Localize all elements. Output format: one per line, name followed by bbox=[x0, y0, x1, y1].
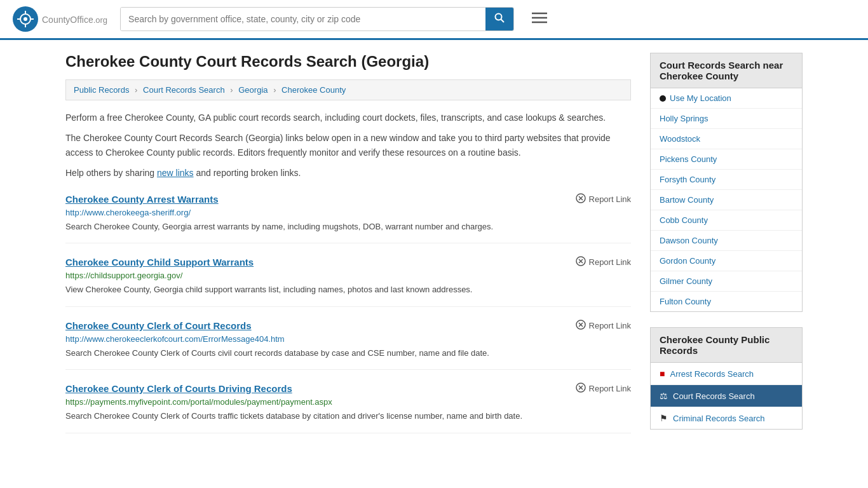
report-icon bbox=[576, 193, 586, 205]
logo-icon bbox=[13, 6, 38, 32]
description-3: Help others by sharing new links and rep… bbox=[65, 166, 631, 180]
nearby-section: Court Records Search near Cherokee Count… bbox=[650, 53, 803, 312]
record-description: Search Cherokee County Clerk of Courts t… bbox=[65, 410, 631, 423]
record-url: https://payments.myfivepoint.com/portal/… bbox=[65, 397, 631, 407]
report-link-button[interactable]: Report Link bbox=[576, 320, 631, 332]
nearby-header: Court Records Search near Cherokee Count… bbox=[650, 53, 803, 88]
location-dot-icon bbox=[660, 95, 666, 102]
sidebar-public-item[interactable]: ⚖ Court Records Search bbox=[651, 385, 802, 407]
report-icon bbox=[576, 256, 586, 268]
breadcrumb-georgia[interactable]: Georgia bbox=[238, 85, 268, 95]
record-url: http://www.cherokeega-sheriff.org/ bbox=[65, 208, 631, 217]
report-link-button[interactable]: Report Link bbox=[576, 193, 631, 205]
svg-point-7 bbox=[496, 14, 502, 20]
record-description: View Cherokee County, Georgia child supp… bbox=[65, 283, 631, 296]
nearby-list: Use My LocationHolly SpringsWoodstockPic… bbox=[650, 88, 803, 312]
nearby-county-link[interactable]: Fulton County bbox=[660, 297, 711, 306]
sidebar-nearby-item[interactable]: Holly Springs bbox=[651, 109, 802, 129]
breadcrumb: Public Records › Court Records Search › … bbox=[65, 79, 631, 100]
record-item: Cherokee County Clerk of Court Records R… bbox=[65, 320, 631, 370]
search-bar bbox=[120, 7, 514, 31]
use-my-location-link[interactable]: Use My Location bbox=[670, 93, 731, 103]
record-title-link[interactable]: Cherokee County Child Support Warrants bbox=[65, 257, 254, 268]
public-item-icon: ■ bbox=[660, 369, 665, 379]
record-title-link[interactable]: Cherokee County Clerk of Court Records bbox=[65, 320, 252, 331]
sidebar-nearby-item[interactable]: Use My Location bbox=[651, 88, 802, 109]
sidebar-nearby-item[interactable]: Dawson County bbox=[651, 231, 802, 251]
site-header: CountyOffice.org bbox=[0, 0, 868, 40]
sidebar-nearby-item[interactable]: Gilmer County bbox=[651, 271, 802, 292]
description-2: The Cherokee County Court Records Search… bbox=[65, 131, 631, 159]
page-title: Cherokee County Court Records Search (Ge… bbox=[65, 53, 631, 71]
breadcrumb-public-records[interactable]: Public Records bbox=[74, 85, 129, 95]
record-title-row: Cherokee County Arrest Warrants Report L… bbox=[65, 193, 631, 205]
sidebar: Court Records Search near Cherokee Count… bbox=[650, 53, 803, 445]
sidebar-public-item[interactable]: ■ Arrest Records Search bbox=[651, 363, 802, 385]
breadcrumb-court-records[interactable]: Court Records Search bbox=[143, 85, 225, 95]
record-item: Cherokee County Arrest Warrants Report L… bbox=[65, 193, 631, 244]
public-item-icon: ⚑ bbox=[660, 413, 668, 423]
record-item: Cherokee County Child Support Warrants R… bbox=[65, 256, 631, 307]
nearby-county-link[interactable]: Forsyth County bbox=[660, 175, 715, 184]
record-item: Cherokee County Clerk of Courts Driving … bbox=[65, 383, 631, 433]
record-title-row: Cherokee County Clerk of Court Records R… bbox=[65, 320, 631, 332]
public-item-link[interactable]: Arrest Records Search bbox=[670, 369, 754, 379]
search-button[interactable] bbox=[485, 8, 513, 30]
sidebar-nearby-item[interactable]: Fulton County bbox=[651, 292, 802, 311]
public-records-section: Cherokee County Public Records ■ Arrest … bbox=[650, 327, 803, 430]
record-title-row: Cherokee County Child Support Warrants R… bbox=[65, 256, 631, 268]
nearby-county-link[interactable]: Woodstock bbox=[660, 134, 700, 144]
sidebar-nearby-item[interactable]: Woodstock bbox=[651, 129, 802, 149]
nearby-county-link[interactable]: Gilmer County bbox=[660, 276, 712, 286]
new-links-link[interactable]: new links bbox=[157, 168, 194, 178]
public-item-link[interactable]: Court Records Search bbox=[673, 391, 755, 401]
record-url: https://childsupport.georgia.gov/ bbox=[65, 271, 631, 280]
sidebar-nearby-item[interactable]: Bartow County bbox=[651, 190, 802, 210]
page-wrapper: Cherokee County Court Records Search (Ge… bbox=[53, 40, 815, 458]
report-icon bbox=[576, 320, 586, 332]
main-content: Cherokee County Court Records Search (Ge… bbox=[65, 53, 631, 445]
nearby-county-link[interactable]: Gordon County bbox=[660, 256, 715, 266]
nearby-county-link[interactable]: Pickens County bbox=[660, 154, 717, 164]
description-block: Perform a free Cherokee County, GA publi… bbox=[65, 111, 631, 180]
site-logo[interactable]: CountyOffice.org bbox=[13, 6, 107, 32]
nearby-county-link[interactable]: Bartow County bbox=[660, 195, 714, 205]
nearby-county-link[interactable]: Dawson County bbox=[660, 236, 718, 245]
svg-point-2 bbox=[24, 17, 27, 21]
record-title-link[interactable]: Cherokee County Arrest Warrants bbox=[65, 194, 219, 205]
sidebar-nearby-item[interactable]: Pickens County bbox=[651, 149, 802, 170]
svg-line-8 bbox=[501, 20, 505, 23]
records-container: Cherokee County Arrest Warrants Report L… bbox=[65, 193, 631, 433]
breadcrumb-cherokee-county[interactable]: Cherokee County bbox=[281, 85, 346, 95]
record-url: http://www.cherokeeclerkofcourt.com/Erro… bbox=[65, 334, 631, 344]
record-title-row: Cherokee County Clerk of Courts Driving … bbox=[65, 383, 631, 395]
sidebar-nearby-item[interactable]: Gordon County bbox=[651, 251, 802, 271]
report-link-button[interactable]: Report Link bbox=[576, 256, 631, 268]
sidebar-nearby-item[interactable]: Cobb County bbox=[651, 210, 802, 231]
sidebar-public-item[interactable]: ⚑ Criminal Records Search bbox=[651, 407, 802, 429]
description-1: Perform a free Cherokee County, GA publi… bbox=[65, 111, 631, 125]
sidebar-nearby-item[interactable]: Forsyth County bbox=[651, 170, 802, 190]
search-input[interactable] bbox=[121, 8, 485, 30]
report-link-button[interactable]: Report Link bbox=[576, 383, 631, 395]
report-icon bbox=[576, 383, 586, 395]
logo-text: CountyOffice.org bbox=[42, 13, 107, 26]
nearby-county-link[interactable]: Cobb County bbox=[660, 215, 708, 225]
public-records-list: ■ Arrest Records Search ⚖ Court Records … bbox=[650, 362, 803, 430]
record-description: Search Cherokee County, Georgia arrest w… bbox=[65, 220, 631, 233]
public-item-link[interactable]: Criminal Records Search bbox=[673, 414, 765, 423]
public-item-icon: ⚖ bbox=[660, 391, 668, 401]
record-title-link[interactable]: Cherokee County Clerk of Courts Driving … bbox=[65, 383, 292, 394]
public-records-header: Cherokee County Public Records bbox=[650, 327, 803, 362]
hamburger-menu-button[interactable] bbox=[527, 8, 552, 30]
nearby-county-link[interactable]: Holly Springs bbox=[660, 114, 709, 123]
record-description: Search Cherokee County Clerk of Courts c… bbox=[65, 347, 631, 360]
